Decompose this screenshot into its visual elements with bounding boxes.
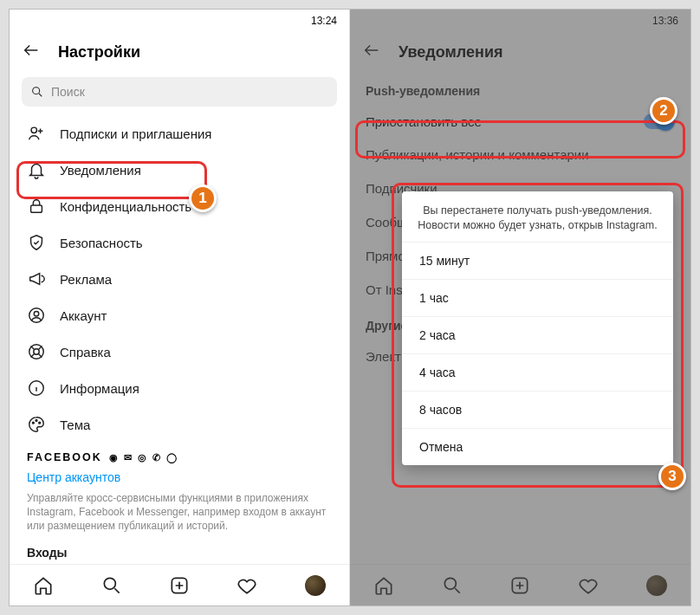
bell-icon — [27, 160, 46, 179]
user-plus-icon — [27, 124, 46, 143]
menu-label: Тема — [60, 418, 90, 432]
dialog-message: Вы перестанете получать push-уведомления… — [402, 191, 673, 242]
megaphone-icon — [27, 269, 46, 288]
svg-point-6 — [34, 349, 39, 354]
status-bar: 13:24 — [10, 10, 349, 32]
menu-label: Реклама — [60, 272, 112, 287]
menu-item-ads[interactable]: Реклама — [10, 261, 349, 297]
home-icon[interactable] — [32, 574, 55, 597]
dialog-option[interactable]: 1 час — [402, 279, 673, 316]
pause-duration-dialog: Вы перестанете получать push-уведомления… — [402, 191, 673, 465]
search-placeholder: Поиск — [51, 85, 85, 99]
palette-icon — [27, 415, 46, 434]
svg-point-9 — [36, 420, 37, 422]
create-icon[interactable] — [168, 574, 191, 597]
bottom-tab-bar — [10, 564, 349, 605]
search-icon — [30, 85, 44, 99]
info-icon — [27, 379, 46, 398]
profile-avatar[interactable] — [304, 574, 327, 597]
menu-label: Подписки и приглашения — [60, 126, 211, 141]
svg-point-11 — [104, 578, 115, 589]
svg-rect-2 — [31, 205, 42, 212]
menu-item-privacy[interactable]: Конфиденциальность — [10, 188, 349, 224]
menu-item-theme[interactable]: Тема — [10, 406, 349, 443]
menu-label: Уведомления — [60, 163, 141, 178]
lifebuoy-icon — [27, 342, 46, 361]
search-tab-icon[interactable] — [100, 574, 123, 597]
page-title: Настройки — [58, 43, 140, 62]
dialog-option[interactable]: 4 часа — [402, 353, 673, 391]
lock-icon — [27, 197, 46, 216]
svg-point-0 — [33, 87, 40, 94]
dialog-option[interactable]: 2 часа — [402, 316, 673, 353]
menu-item-about[interactable]: Информация — [10, 370, 349, 406]
menu-label: Справка — [60, 345, 111, 359]
menu-item-security[interactable]: Безопасность — [10, 224, 349, 261]
menu-label: Безопасность — [60, 236, 143, 250]
menu-label: Аккаунт — [60, 308, 107, 323]
facebook-brand-label: FACEBOOK ◉ ✉ ◎ ✆ ◯ — [10, 443, 349, 467]
svg-point-8 — [32, 422, 34, 424]
dialog-cancel[interactable]: Отмена — [402, 428, 673, 465]
brand-icons: ◉ ✉ ◎ ✆ ◯ — [109, 452, 178, 463]
user-circle-icon — [27, 306, 46, 325]
search-input[interactable]: Поиск — [22, 77, 337, 107]
accounts-center-desc: Управляйте кросс-сервисными функциями в … — [10, 491, 349, 546]
menu-item-follow-invite[interactable]: Подписки и приглашения — [10, 115, 349, 152]
header: Настройки — [10, 32, 349, 72]
menu-item-account[interactable]: Аккаунт — [10, 297, 349, 333]
logins-section-label: Входы — [10, 546, 349, 565]
menu-label: Конфиденциальность — [60, 199, 191, 214]
dialog-option[interactable]: 15 минут — [402, 242, 673, 279]
menu-item-notifications[interactable]: Уведомления — [10, 152, 349, 188]
svg-point-10 — [39, 422, 41, 424]
heart-icon[interactable] — [236, 574, 258, 597]
svg-point-1 — [31, 127, 36, 133]
clock: 13:24 — [311, 15, 337, 27]
menu-label: Информация — [60, 381, 139, 396]
settings-menu: Подписки и приглашения Уведомления Конфи… — [10, 115, 349, 443]
menu-item-help[interactable]: Справка — [10, 333, 349, 370]
back-icon[interactable] — [22, 41, 41, 63]
shield-icon — [27, 233, 46, 252]
accounts-center-link[interactable]: Центр аккаунтов — [10, 467, 349, 491]
dialog-option[interactable]: 8 часов — [402, 391, 673, 428]
svg-point-4 — [34, 311, 39, 316]
